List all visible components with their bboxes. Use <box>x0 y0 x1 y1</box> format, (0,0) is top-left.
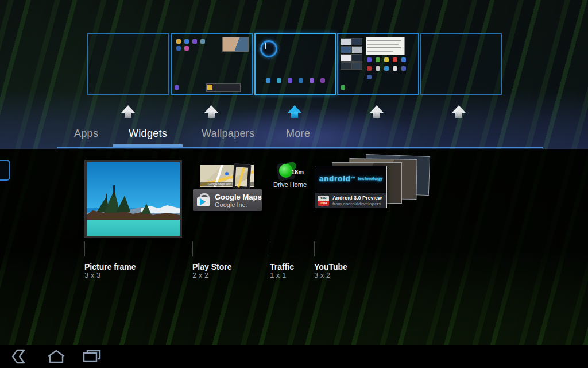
video-title: Android 3.0 Preview <box>332 195 382 201</box>
mini-app-icon <box>176 46 181 51</box>
mini-app-icon <box>384 57 389 62</box>
selected-tab-glow <box>172 86 494 150</box>
video-subtitle: from androiddevelopers <box>332 201 381 206</box>
screen-arrow-3-selected[interactable] <box>286 105 303 119</box>
youtube-front-video: android™ technology YouTube Android 3.0 … <box>315 166 387 208</box>
mini-clock-widget <box>260 40 277 57</box>
mini-music-art <box>207 85 212 90</box>
mini-app-icon <box>277 78 281 83</box>
mini-app-icon <box>376 66 380 71</box>
home-button[interactable] <box>44 348 69 365</box>
widget-name-traffic: Traffic <box>270 262 294 271</box>
widget-picture-frame[interactable] <box>84 160 182 238</box>
screen-arrow-5[interactable] <box>450 105 467 119</box>
home-icon <box>44 348 69 365</box>
back-icon <box>8 348 33 365</box>
previous-page-widget-hint[interactable] <box>0 160 10 181</box>
traffic-route-label: Drive Home <box>270 181 310 188</box>
play-store-icon <box>197 193 211 207</box>
mini-app-icon <box>367 57 372 62</box>
recent-apps-button[interactable] <box>79 348 105 365</box>
widget-play-store[interactable]: Google Maps with Navigation Google Maps … <box>193 163 262 211</box>
home-screen-preview-1[interactable] <box>87 33 169 95</box>
mini-email-line <box>368 44 399 45</box>
mini-email-widget <box>366 37 405 55</box>
widget-cell-divider <box>314 241 315 256</box>
mini-app-icon <box>341 85 345 90</box>
mini-email-line <box>368 51 393 52</box>
mini-app-icon <box>401 66 406 71</box>
mini-email-line <box>368 47 401 48</box>
mini-app-icon <box>393 66 397 71</box>
screen-arrow-1[interactable] <box>119 105 137 119</box>
play-store-info-bar: Google Maps Google Inc. <box>193 189 262 211</box>
play-store-app-publisher: Google Inc. <box>215 201 247 208</box>
mini-app-icon <box>376 57 380 62</box>
widget-size-picture-frame: 3 x 3 <box>84 271 100 279</box>
picture-frame-preview <box>87 162 180 236</box>
widget-traffic[interactable]: 18m Drive Home <box>270 161 310 190</box>
mini-bookmark <box>341 46 351 53</box>
mini-app-icon <box>176 39 181 44</box>
traffic-eta-badge: 18m <box>291 168 304 175</box>
widget-youtube[interactable]: android™ technology YouTube Android 3.0 … <box>315 153 412 210</box>
play-store-app-title: Google Maps <box>215 193 262 201</box>
mini-app-icon <box>310 78 314 83</box>
widget-cell-divider <box>192 241 193 256</box>
screen-arrow-4[interactable] <box>368 105 385 119</box>
widget-name-play-store: Play Store <box>192 262 231 271</box>
mini-bookmark <box>351 62 362 70</box>
mini-clock-hand <box>265 43 266 49</box>
mini-app-icon <box>367 66 372 71</box>
tab-widgets[interactable]: Widgets <box>129 128 167 140</box>
mini-bookmark <box>351 46 362 53</box>
screen-arrow-2[interactable] <box>203 105 220 119</box>
video-thumbnail-text: android™ technology <box>315 174 386 183</box>
widget-cell-divider <box>84 241 85 256</box>
mini-app-icon <box>320 78 325 83</box>
widget-name-picture-frame: Picture frame <box>84 262 136 271</box>
mini-app-icon <box>288 78 292 83</box>
home-screen-preview-2[interactable] <box>171 33 253 95</box>
android-honeycomb-widget-picker: Apps Widgets Wallpapers More <box>0 0 588 368</box>
widget-cell-divider <box>270 241 270 256</box>
home-screen-preview-4[interactable] <box>337 33 419 95</box>
tab-wallpapers[interactable]: Wallpapers <box>202 128 254 140</box>
mini-bookmark <box>351 38 362 45</box>
recent-apps-icon <box>79 348 105 365</box>
home-screen-preview-5[interactable] <box>420 33 502 95</box>
tab-more[interactable]: More <box>286 128 310 140</box>
widget-size-play-store: 2 x 2 <box>192 271 208 279</box>
mini-app-icon <box>384 66 389 71</box>
mini-video-widget <box>222 37 249 52</box>
mini-bookmark <box>341 62 351 70</box>
system-bar: 22:32 <box>0 345 588 368</box>
mini-app-icon <box>299 78 303 83</box>
home-screen-preview-3-current[interactable] <box>254 33 336 95</box>
widget-size-youtube: 3 x 2 <box>314 271 330 279</box>
mini-bookmark <box>341 54 351 62</box>
mini-email-line <box>368 40 401 41</box>
mini-app-icon <box>367 75 372 79</box>
phone-promo-image <box>232 163 251 191</box>
mini-bookmark <box>351 54 362 62</box>
mini-app-icon <box>266 78 270 83</box>
widget-size-traffic: 1 x 1 <box>270 271 286 279</box>
back-button[interactable] <box>8 348 33 365</box>
mini-app-icon <box>184 46 189 51</box>
tab-apps[interactable]: Apps <box>74 128 98 140</box>
mini-bookmark <box>341 38 351 45</box>
mini-app-icon <box>401 57 406 62</box>
mini-app-icon <box>393 57 397 62</box>
mini-app-icon <box>184 39 189 44</box>
youtube-logo-icon: YouTube <box>318 195 329 206</box>
widget-name-youtube: YouTube <box>314 262 347 271</box>
mini-app-icon <box>200 39 205 44</box>
mini-app-icon <box>192 39 197 44</box>
mini-app-icon <box>175 85 179 90</box>
tab-strip-line <box>57 147 543 148</box>
